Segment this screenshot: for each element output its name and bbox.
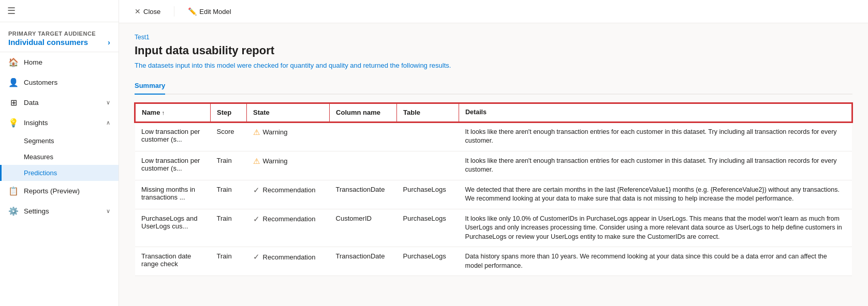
state-label: Recommendation <box>263 253 316 261</box>
sidebar-item-home[interactable]: 🏠 Home <box>0 52 119 72</box>
state-label: Warning <box>263 157 288 165</box>
sidebar-audience-title[interactable]: Individual consumers › <box>8 38 110 47</box>
cell-details: Data history spans more than 10 years. W… <box>459 247 852 276</box>
col-header-details[interactable]: Details <box>459 103 852 122</box>
sidebar-item-label: Reports (Preview) <box>24 187 80 195</box>
sort-arrow-icon: ↑ <box>161 110 165 116</box>
close-label: Close <box>143 8 160 16</box>
sidebar-item-data[interactable]: ⊞ Data ∨ <box>0 93 119 113</box>
sidebar-item-insights[interactable]: 💡 Insights ∧ <box>0 113 119 133</box>
edit-label: Edit Model <box>199 8 231 16</box>
sidebar-item-measures[interactable]: Measures <box>0 149 119 165</box>
chevron-right-icon: › <box>108 38 110 47</box>
cell-details: It looks like there aren't enough transa… <box>459 151 852 180</box>
main-content: ✕ Close ✏️ Edit Model Test1 Input data u… <box>119 0 868 306</box>
table-row: PurchaseLogs and UserLogs cus... Train ✓… <box>135 209 852 247</box>
state-label: Recommendation <box>263 215 316 223</box>
sidebar-item-segments[interactable]: Segments <box>0 133 119 149</box>
cell-step: Train <box>211 151 247 180</box>
table-body: Low transaction per customer (s... Score… <box>135 122 852 276</box>
data-icon: ⊞ <box>8 98 19 108</box>
close-button[interactable]: ✕ Close <box>131 5 164 18</box>
recommendation-icon: ✓ <box>253 215 260 224</box>
cell-column-name: CustomerID <box>330 209 397 247</box>
cell-name: PurchaseLogs and UserLogs cus... <box>135 209 211 247</box>
cell-details: It looks like there aren't enough transa… <box>459 122 852 151</box>
sidebar: ☰ Primary target audience Individual con… <box>0 0 119 306</box>
topbar: ✕ Close ✏️ Edit Model <box>119 0 868 23</box>
cell-step: Train <box>211 209 247 247</box>
state-label: Warning <box>263 128 288 136</box>
sidebar-item-settings[interactable]: ⚙️ Settings ∨ <box>0 201 119 221</box>
cell-table <box>397 151 459 180</box>
customers-icon: 👤 <box>8 78 19 87</box>
page-title: Input data usability report <box>135 44 852 57</box>
col-header-table[interactable]: Table <box>397 103 459 122</box>
sidebar-item-label: Predictions <box>24 169 57 177</box>
state-label: Recommendation <box>263 186 316 194</box>
cell-column-name: TransactionDate <box>330 180 397 209</box>
reports-icon: 📋 <box>8 186 19 196</box>
table-header-row: Name↑ Step State Column name Table Detai… <box>135 103 852 122</box>
sidebar-item-label: Home <box>24 58 42 66</box>
sidebar-item-label: Insights <box>24 119 48 127</box>
cell-step: Score <box>211 122 247 151</box>
cell-step: Train <box>211 247 247 276</box>
cell-state: ⚠ Warning <box>247 122 330 151</box>
col-header-state[interactable]: State <box>247 103 330 122</box>
sidebar-item-label: Data <box>24 99 39 106</box>
col-header-name[interactable]: Name↑ <box>135 103 211 122</box>
cell-table: PurchaseLogs <box>397 180 459 209</box>
data-table: Name↑ Step State Column name Table Detai… <box>135 103 852 276</box>
cell-state: ⚠ Warning <box>247 151 330 180</box>
tab-summary[interactable]: Summary <box>135 78 165 95</box>
content-area: Test1 Input data usability report The da… <box>119 23 868 306</box>
topbar-divider <box>174 6 174 17</box>
cell-name: Low transaction per customer (s... <box>135 151 211 180</box>
sidebar-item-predictions[interactable]: Predictions <box>0 165 119 181</box>
cell-details: We detected that there are certain month… <box>459 180 852 209</box>
close-icon: ✕ <box>135 7 141 16</box>
sidebar-item-reports[interactable]: 📋 Reports (Preview) <box>0 181 119 201</box>
table-row: Low transaction per customer (s... Train… <box>135 151 852 180</box>
recommendation-icon: ✓ <box>253 186 260 195</box>
sidebar-item-label: Settings <box>24 207 49 215</box>
edit-model-button[interactable]: ✏️ Edit Model <box>185 5 234 18</box>
cell-column-name <box>330 151 397 180</box>
sidebar-item-label: Measures <box>24 153 53 161</box>
sidebar-item-label: Segments <box>24 137 54 145</box>
col-header-column-name[interactable]: Column name <box>330 103 397 122</box>
breadcrumb: Test1 <box>135 34 852 41</box>
table-row: Low transaction per customer (s... Score… <box>135 122 852 151</box>
cell-column-name: TransactionDate <box>330 247 397 276</box>
chevron-up-icon: ∧ <box>106 119 110 126</box>
cell-table: PurchaseLogs <box>397 209 459 247</box>
table-header: Name↑ Step State Column name Table Detai… <box>135 103 852 122</box>
cell-column-name <box>330 122 397 151</box>
page-description: The datasets input into this model were … <box>135 62 852 69</box>
cell-name: Transaction date range check <box>135 247 211 276</box>
sidebar-header: Primary target audience Individual consu… <box>0 22 119 52</box>
chevron-down-icon: ∨ <box>106 99 110 106</box>
col-header-step[interactable]: Step <box>211 103 247 122</box>
sidebar-item-label: Customers <box>24 79 57 86</box>
home-icon: 🏠 <box>8 57 19 67</box>
cell-state: ✓ Recommendation <box>247 247 330 276</box>
cell-details: It looks like only 10.0% of CustomerIDs … <box>459 209 852 247</box>
warning-icon: ⚠ <box>253 157 260 166</box>
insights-icon: 💡 <box>8 118 19 128</box>
cell-table <box>397 122 459 151</box>
cell-state: ✓ Recommendation <box>247 209 330 247</box>
edit-icon: ✏️ <box>188 7 197 16</box>
settings-icon: ⚙️ <box>8 206 19 216</box>
cell-table: PurchaseLogs <box>397 247 459 276</box>
cell-state: ✓ Recommendation <box>247 180 330 209</box>
table-row: Transaction date range check Train ✓ Rec… <box>135 247 852 276</box>
sidebar-item-customers[interactable]: 👤 Customers <box>0 72 119 93</box>
recommendation-icon: ✓ <box>253 252 260 262</box>
hamburger-icon: ☰ <box>7 6 16 16</box>
cell-step: Train <box>211 180 247 209</box>
cell-name: Missing months in transactions ... <box>135 180 211 209</box>
sidebar-primary-label: Primary target audience <box>8 30 110 37</box>
hamburger-button[interactable]: ☰ <box>0 0 119 22</box>
